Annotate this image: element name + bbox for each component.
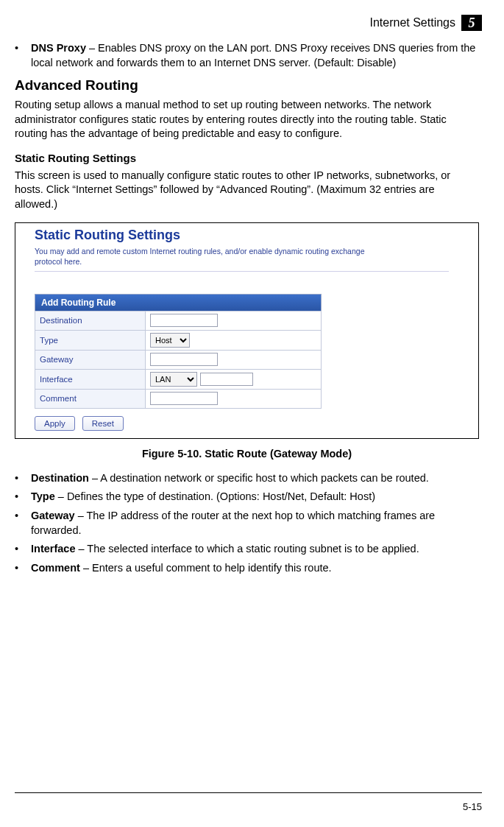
bullet-comment: • Comment – Enters a useful comment to h…: [15, 561, 479, 576]
bullet-marker: •: [15, 542, 24, 557]
label-comment: Comment: [35, 389, 146, 408]
button-row: Apply Reset: [35, 416, 471, 431]
section-paragraph: Routing setup allows a manual method to …: [15, 98, 479, 141]
figure-divider: [35, 271, 449, 272]
bullet-desc: – Enables DNS proxy on the LAN port. DNS…: [31, 42, 475, 68]
bullet-term: Gateway: [31, 510, 75, 521]
bullet-desc: – The selected interface to which a stat…: [75, 543, 419, 555]
figure-title: Static Routing Settings: [35, 228, 471, 243]
apply-button[interactable]: Apply: [35, 416, 75, 431]
bullet-marker: •: [15, 490, 24, 504]
bullet-term: Interface: [31, 543, 75, 555]
bullet-term: Destination: [31, 472, 89, 484]
bullet-destination: • Destination – A destination network or…: [15, 471, 479, 486]
row-type: Type Host: [35, 330, 322, 350]
routing-rule-table: Destination Type Host Gateway: [35, 311, 322, 409]
bullet-text: Destination – A destination network or s…: [31, 471, 479, 486]
row-interface: Interface LAN: [35, 369, 322, 389]
bullet-marker: •: [15, 41, 24, 70]
header-title: Internet Settings: [369, 16, 455, 29]
row-destination: Destination: [35, 311, 322, 330]
label-destination: Destination: [35, 311, 146, 330]
bullet-term: DNS Proxy: [31, 42, 86, 54]
bullet-term: Comment: [31, 562, 80, 574]
reset-button[interactable]: Reset: [82, 416, 124, 431]
destination-input[interactable]: [150, 314, 218, 327]
label-type: Type: [35, 330, 146, 350]
bullet-marker: •: [15, 509, 24, 538]
bullet-marker: •: [15, 561, 24, 576]
bullet-gateway: • Gateway – The IP address of the router…: [15, 509, 479, 538]
footer-rule: [15, 792, 482, 793]
section-heading-advanced-routing: Advanced Routing: [15, 77, 479, 94]
page: Internet Settings 5 • DNS Proxy – Enable…: [0, 0, 504, 827]
page-body: • DNS Proxy – Enables DNS proxy on the L…: [15, 41, 482, 575]
bullet-desc: – A destination network or specific host…: [89, 472, 429, 484]
label-gateway: Gateway: [35, 350, 146, 369]
panel-header-add-routing-rule: Add Routing Rule: [35, 294, 322, 311]
bullet-text: Comment – Enters a useful comment to hel…: [31, 561, 479, 576]
bullet-type: • Type – Defines the type of destination…: [15, 490, 479, 504]
interface-extra-input[interactable]: [200, 373, 253, 386]
comment-input[interactable]: [150, 392, 218, 405]
bullet-text: Interface – The selected interface to wh…: [31, 542, 479, 557]
type-select[interactable]: Host: [150, 333, 190, 348]
row-gateway: Gateway: [35, 350, 322, 369]
bullet-marker: •: [15, 471, 24, 486]
bullet-desc: – The IP address of the router at the ne…: [31, 510, 435, 536]
figure-caption: Figure 5-10. Static Route (Gateway Mode): [15, 448, 479, 460]
bullet-text: DNS Proxy – Enables DNS proxy on the LAN…: [31, 41, 479, 70]
gateway-input[interactable]: [150, 353, 218, 366]
page-header: Internet Settings 5: [15, 15, 482, 31]
bullet-term: Type: [31, 490, 55, 502]
bullet-interface: • Interface – The selected interface to …: [15, 542, 479, 557]
bullet-desc: – Defines the type of destination. (Opti…: [55, 490, 375, 502]
bullet-text: Gateway – The IP address of the router a…: [31, 509, 479, 538]
cell-gateway-input: [146, 350, 322, 369]
interface-select[interactable]: LAN: [150, 372, 197, 387]
cell-interface-input: LAN: [146, 369, 322, 389]
subsection-paragraph: This screen is used to manually configur…: [15, 169, 479, 212]
cell-destination-input: [146, 311, 322, 330]
cell-type-input: Host: [146, 330, 322, 350]
bullet-desc: – Enters a useful comment to help identi…: [80, 562, 332, 574]
label-interface: Interface: [35, 369, 146, 389]
row-comment: Comment: [35, 389, 322, 408]
figure-description: You may add and remote custom Internet r…: [35, 246, 383, 267]
bullet-dns-proxy: • DNS Proxy – Enables DNS proxy on the L…: [15, 41, 479, 70]
page-number: 5-15: [463, 801, 482, 812]
chapter-badge: 5: [461, 15, 482, 31]
subsection-heading-static-routing: Static Routing Settings: [15, 152, 479, 164]
bullet-text: Type – Defines the type of destination. …: [31, 490, 479, 504]
figure-frame: Static Routing Settings You may add and …: [15, 222, 479, 439]
cell-comment-input: [146, 389, 322, 408]
